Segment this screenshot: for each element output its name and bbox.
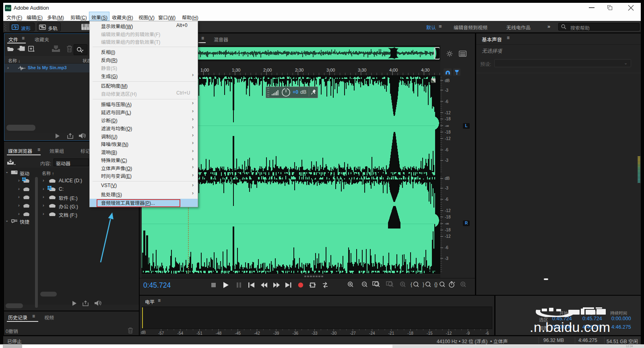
svg-text:-57: -57 — [158, 331, 164, 335]
svg-text:-24: -24 — [369, 331, 375, 335]
svg-text:-6: -6 — [445, 245, 448, 250]
svg-text:-12: -12 — [445, 208, 451, 213]
svg-text:-54: -54 — [178, 331, 184, 335]
svg-text:-12: -12 — [446, 331, 452, 335]
svg-text:-∞: -∞ — [445, 124, 449, 128]
svg-text:-27: -27 — [350, 331, 356, 335]
svg-text:-3: -3 — [445, 186, 448, 190]
svg-text:}: } — [423, 282, 424, 287]
svg-text:-12: -12 — [445, 111, 451, 115]
svg-text:-18: -18 — [445, 215, 451, 219]
svg-text:-12: -12 — [445, 136, 451, 141]
svg-text:-33: -33 — [312, 331, 318, 335]
svg-text:-30: -30 — [331, 331, 337, 335]
svg-text:-3: -3 — [445, 158, 448, 163]
svg-text:-39: -39 — [273, 331, 279, 335]
svg-text:-15: -15 — [427, 331, 433, 335]
svg-text:-3: -3 — [445, 256, 448, 261]
svg-text:-18: -18 — [407, 331, 413, 335]
svg-text:dB: dB — [445, 176, 450, 181]
svg-text:-18: -18 — [445, 228, 451, 232]
svg-text:-21: -21 — [388, 331, 394, 335]
svg-text:-45: -45 — [235, 331, 241, 335]
svg-text:-3: -3 — [445, 88, 448, 93]
svg-text:-18: -18 — [445, 117, 451, 121]
svg-text:-6: -6 — [445, 197, 448, 202]
svg-text:-6: -6 — [445, 148, 448, 152]
svg-text:dB: dB — [445, 78, 450, 83]
svg-text:-36: -36 — [293, 331, 299, 335]
svg-text:-∞: -∞ — [445, 221, 449, 226]
svg-text:-12: -12 — [445, 234, 451, 239]
svg-text:-48: -48 — [216, 331, 222, 335]
svg-text:-18: -18 — [445, 130, 451, 134]
svg-text:{: { — [411, 282, 412, 287]
svg-text:-6: -6 — [445, 99, 448, 104]
svg-text:-42: -42 — [254, 331, 260, 335]
svg-text:{}: {} — [434, 282, 438, 287]
svg-text:-6: -6 — [485, 331, 489, 335]
svg-text:dB: dB — [141, 330, 146, 335]
svg-text:-9: -9 — [466, 331, 470, 335]
svg-text:-51: -51 — [196, 331, 202, 335]
